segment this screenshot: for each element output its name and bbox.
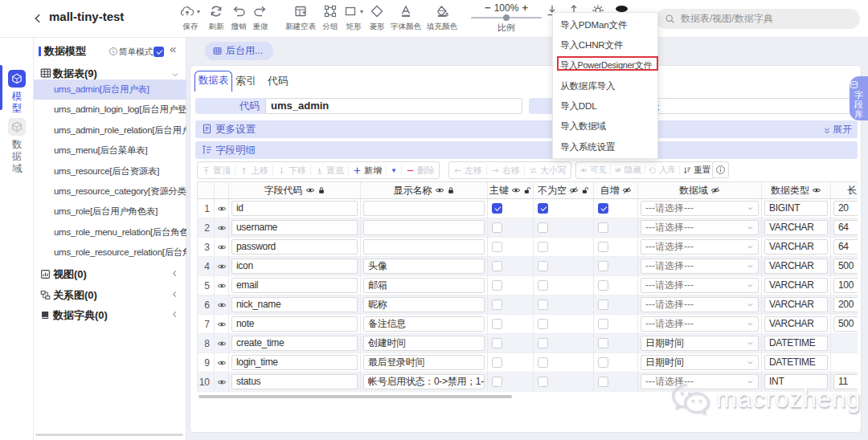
help-info-button[interactable] bbox=[712, 161, 729, 178]
menu-item-4[interactable]: 导入DDL bbox=[553, 96, 657, 116]
notnull-checkbox[interactable] bbox=[538, 203, 548, 214]
sidebar-section-dicts[interactable]: 数据字典(0) bbox=[34, 304, 186, 325]
field-code-input[interactable]: status bbox=[231, 374, 358, 389]
tab-code[interactable]: 代码 bbox=[268, 74, 289, 88]
pk-checkbox[interactable] bbox=[492, 299, 502, 310]
autoinc-checkbox[interactable] bbox=[598, 222, 608, 233]
field-code-input[interactable]: username bbox=[231, 220, 358, 235]
pk-checkbox[interactable] bbox=[492, 338, 502, 348]
code-field-input[interactable]: ums_admin bbox=[265, 98, 522, 114]
more-settings-bar[interactable]: 更多设置 展开 bbox=[195, 120, 858, 138]
field-toolbar-add-dropdown[interactable]: ▼ bbox=[387, 162, 401, 178]
field-length-input[interactable]: 500 bbox=[833, 316, 858, 332]
pk-checkbox[interactable] bbox=[492, 280, 502, 291]
field-name-input[interactable]: 帐号启用状态：0->禁用；1->启用 bbox=[363, 374, 485, 389]
pk-checkbox[interactable] bbox=[492, 261, 502, 271]
rail-item-datadomain[interactable] bbox=[8, 118, 26, 136]
row-visible-toggle[interactable] bbox=[215, 199, 229, 218]
sidebar-section-views[interactable]: 视图(0) bbox=[34, 263, 186, 284]
row-visible-toggle[interactable] bbox=[215, 295, 229, 315]
field-length-input[interactable]: 11 bbox=[833, 374, 858, 389]
notnull-checkbox[interactable] bbox=[538, 357, 548, 368]
zoom-slider-handle[interactable] bbox=[503, 14, 510, 21]
row-visible-toggle[interactable] bbox=[215, 257, 229, 276]
field-code-input[interactable]: email bbox=[231, 278, 358, 293]
toolbar-save-button[interactable]: ▼保存 bbox=[176, 4, 205, 32]
notnull-checkbox[interactable] bbox=[538, 222, 548, 233]
notnull-checkbox[interactable] bbox=[538, 319, 548, 329]
field-toolbar-新增-button[interactable]: 新增 bbox=[349, 162, 386, 178]
field-domain-select[interactable]: ---请选择--- bbox=[641, 374, 759, 389]
notnull-checkbox[interactable] bbox=[538, 242, 548, 252]
field-length-input[interactable]: 500 bbox=[833, 259, 858, 274]
field-code-input[interactable]: note bbox=[231, 316, 358, 332]
field-length-input[interactable]: 20 bbox=[833, 201, 858, 216]
tree-item-table-5[interactable]: ums_resource_category[资源分类表] bbox=[34, 181, 186, 202]
toolbar-redo-button[interactable]: 重做 bbox=[246, 4, 275, 32]
row-visible-toggle[interactable] bbox=[215, 334, 229, 353]
field-domain-select[interactable]: 日期时间 bbox=[641, 336, 759, 351]
menu-item-0[interactable]: 导入PDMan文件 bbox=[553, 14, 657, 35]
menu-item-2[interactable]: 导入PowerDesigner文件 bbox=[553, 55, 657, 75]
field-toolbar-可见-button[interactable]: 可见 bbox=[576, 162, 610, 178]
field-type-input[interactable]: VARCHAR bbox=[764, 220, 828, 235]
autoinc-checkbox[interactable] bbox=[598, 319, 608, 329]
notnull-checkbox[interactable] bbox=[538, 280, 548, 291]
field-type-input[interactable]: INT bbox=[764, 374, 828, 389]
menu-item-3[interactable]: 从数据库导入 bbox=[553, 75, 657, 96]
tree-item-table-8[interactable]: ums_role_resource_relation[后台角色资源关系表] bbox=[34, 242, 186, 263]
tree-item-table-6[interactable]: ums_role[后台用户角色表] bbox=[34, 202, 186, 222]
field-type-input[interactable]: DATETIME bbox=[764, 336, 828, 351]
field-toolbar-右移-button[interactable]: 右移 bbox=[487, 162, 524, 178]
theme-toggle-icon[interactable] bbox=[616, 6, 628, 12]
pk-checkbox[interactable] bbox=[492, 377, 502, 387]
pk-checkbox[interactable] bbox=[492, 222, 502, 233]
autoinc-checkbox[interactable] bbox=[598, 357, 608, 368]
field-type-input[interactable]: VARCHAR bbox=[764, 297, 828, 312]
rail-item-model-label[interactable]: 模型 bbox=[11, 91, 23, 115]
field-length-input[interactable]: 100 bbox=[833, 278, 858, 293]
autoinc-checkbox[interactable] bbox=[598, 261, 608, 271]
zoom-in-button[interactable]: + bbox=[522, 4, 528, 12]
field-toolbar-左移-button[interactable]: 左移 bbox=[449, 162, 486, 178]
field-name-input[interactable] bbox=[363, 201, 485, 216]
field-type-input[interactable]: VARCHAR bbox=[764, 259, 828, 274]
field-type-input[interactable]: VARCHAR bbox=[764, 239, 828, 255]
field-type-input[interactable]: VARCHAR bbox=[764, 316, 828, 332]
notnull-checkbox[interactable] bbox=[538, 261, 548, 271]
pk-checkbox[interactable] bbox=[492, 242, 502, 252]
simple-mode-checkbox[interactable] bbox=[154, 47, 164, 57]
autoinc-checkbox[interactable] bbox=[598, 242, 608, 252]
tab-datatable[interactable]: 数据表 bbox=[194, 71, 232, 92]
notnull-checkbox[interactable] bbox=[538, 377, 548, 387]
field-name-input[interactable]: 头像 bbox=[363, 259, 485, 274]
autoinc-checkbox[interactable] bbox=[598, 299, 608, 310]
field-name-input[interactable]: 备注信息 bbox=[363, 316, 485, 332]
sidebar-collapse-button[interactable]: « bbox=[170, 42, 176, 55]
field-code-input[interactable]: create_time bbox=[231, 336, 358, 351]
field-toolbar-删除-button[interactable]: 删除 bbox=[402, 162, 439, 178]
open-doc-tab[interactable]: 后台用... bbox=[205, 42, 273, 60]
field-toolbar-入库-button[interactable]: 入库 bbox=[645, 162, 679, 178]
autoinc-checkbox[interactable] bbox=[598, 280, 608, 291]
notnull-checkbox[interactable] bbox=[538, 338, 548, 348]
table-hscrollbar[interactable] bbox=[199, 395, 512, 398]
zoom-slider[interactable] bbox=[471, 17, 542, 18]
row-visible-toggle[interactable] bbox=[215, 276, 229, 295]
rail-item-model[interactable] bbox=[8, 70, 26, 88]
tree-item-table-1[interactable]: ums_admin_login_log[后台用户登录日志表] bbox=[34, 100, 186, 120]
row-visible-toggle[interactable] bbox=[215, 373, 229, 392]
pk-checkbox[interactable] bbox=[492, 357, 502, 368]
field-code-input[interactable]: password bbox=[231, 239, 358, 255]
field-toolbar-大小写-button[interactable]: 大小写 bbox=[525, 162, 571, 178]
field-domain-select[interactable]: 日期时间 bbox=[641, 355, 759, 370]
tree-item-table-4[interactable]: ums_resource[后台资源表] bbox=[34, 161, 186, 181]
field-toolbar-下移-button[interactable]: 下移 bbox=[273, 162, 310, 178]
pk-checkbox[interactable] bbox=[492, 319, 502, 329]
row-visible-toggle[interactable] bbox=[215, 218, 229, 238]
menu-item-6[interactable]: 导入系统设置 bbox=[553, 136, 657, 157]
autoinc-checkbox[interactable] bbox=[598, 203, 608, 214]
field-length-input[interactable]: 200 bbox=[833, 297, 858, 312]
tree-item-table-0[interactable]: ums_admin[后台用户表] bbox=[34, 79, 186, 100]
row-visible-toggle[interactable] bbox=[215, 315, 229, 334]
